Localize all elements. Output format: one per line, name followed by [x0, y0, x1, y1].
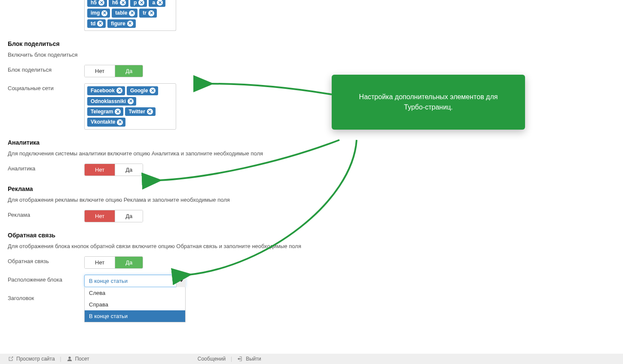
external-link-icon — [8, 356, 14, 362]
social-telegram[interactable]: Telegram✕ — [87, 107, 123, 116]
remove-icon[interactable]: ✕ — [150, 88, 156, 94]
callout-line2: Турбо-страниц. — [351, 102, 506, 112]
placement-select[interactable]: В конце статьи Слева Справа В конце стат… — [84, 275, 186, 287]
social-vkontakte[interactable]: Vkontakte✕ — [87, 118, 125, 126]
remove-icon[interactable]: ✕ — [117, 119, 123, 125]
remove-icon[interactable]: ✕ — [138, 0, 144, 6]
social-facebook[interactable]: Facebook✕ — [87, 86, 125, 95]
tag-a[interactable]: a✕ — [149, 0, 165, 7]
tooltip-callout: Настройка дополнительных элементов для Т… — [332, 75, 525, 130]
remove-icon[interactable]: ✕ — [97, 21, 103, 27]
ads-toggle[interactable]: Нет Да — [84, 210, 143, 222]
html-tags-box[interactable]: h5✕ h6✕ p✕ a✕ img✕ table✕ tr✕ td✕ figure… — [84, 0, 176, 31]
share-yes-button[interactable]: Да — [115, 65, 143, 77]
analytics-section-desc: Для подключения системы аналитики включи… — [8, 150, 615, 157]
analytics-yes-button[interactable]: Да — [115, 164, 143, 176]
callout-line1: Настройка дополнительных элементов для — [351, 92, 506, 102]
remove-icon[interactable]: ✕ — [120, 0, 126, 6]
remove-icon[interactable]: ✕ — [115, 109, 121, 115]
footer-logout[interactable]: Выйти — [246, 356, 261, 362]
ads-toggle-label: Реклама — [8, 210, 84, 218]
tag-p[interactable]: p✕ — [130, 0, 147, 7]
share-section-title: Блок поделиться — [8, 40, 615, 47]
placement-label: Расположение блока — [8, 275, 84, 283]
feedback-toggle[interactable]: Нет Да — [84, 256, 143, 269]
remove-icon[interactable]: ✕ — [128, 98, 134, 104]
tag-td[interactable]: td✕ — [87, 19, 106, 28]
analytics-toggle-label: Аналитика — [8, 164, 84, 172]
tag-figure[interactable]: figure✕ — [107, 19, 135, 28]
tag-tr[interactable]: tr✕ — [139, 9, 157, 17]
feedback-yes-button[interactable]: Да — [115, 257, 143, 268]
placement-select-button[interactable]: В конце статьи — [84, 275, 186, 287]
social-google[interactable]: Google✕ — [127, 86, 158, 95]
social-odnoklassniki[interactable]: Odnoklassniki✕ — [87, 97, 136, 106]
user-icon — [67, 356, 73, 362]
ads-section-desc: Для отображения рекламы включите опцию Р… — [8, 197, 615, 203]
feedback-section-desc: Для отображения блока кнопок обратной св… — [8, 243, 615, 249]
placement-dropdown: Слева Справа В конце статьи — [84, 287, 186, 322]
analytics-section-title: Аналитика — [8, 139, 615, 146]
logout-icon — [237, 356, 243, 362]
socials-label: Социальные сети — [8, 83, 84, 91]
svg-point-0 — [68, 357, 70, 359]
footer-messages[interactable]: Сообщений — [198, 356, 226, 362]
tag-table[interactable]: table✕ — [112, 9, 137, 17]
heading-label: Заголовок — [8, 293, 84, 301]
remove-icon[interactable]: ✕ — [148, 10, 154, 16]
placement-option-end[interactable]: В конце статьи — [85, 310, 185, 322]
feedback-no-button[interactable]: Нет — [85, 257, 115, 268]
tag-h5[interactable]: h5✕ — [87, 0, 107, 7]
remove-icon[interactable]: ✕ — [129, 10, 135, 16]
remove-icon[interactable]: ✕ — [147, 109, 153, 115]
share-toggle[interactable]: Нет Да — [84, 65, 143, 77]
remove-icon[interactable]: ✕ — [157, 0, 163, 6]
analytics-no-button[interactable]: Нет — [85, 164, 115, 176]
remove-icon[interactable]: ✕ — [101, 10, 107, 16]
footer-visitors[interactable]: Посет — [75, 356, 89, 362]
tag-h6[interactable]: h6✕ — [109, 0, 128, 7]
ads-no-button[interactable]: Нет — [85, 210, 115, 222]
remove-icon[interactable]: ✕ — [127, 21, 133, 27]
remove-icon[interactable]: ✕ — [98, 0, 104, 6]
placement-option-left[interactable]: Слева — [85, 287, 185, 299]
socials-box[interactable]: Facebook✕ Google✕ Odnoklassniki✕ Telegra… — [84, 83, 176, 130]
share-toggle-label: Блок поделиться — [8, 65, 84, 73]
chevron-down-icon[interactable] — [176, 275, 186, 287]
placement-option-right[interactable]: Справа — [85, 299, 185, 310]
feedback-section-title: Обратная связь — [8, 232, 615, 239]
remove-icon[interactable]: ✕ — [116, 88, 122, 94]
analytics-toggle[interactable]: Нет Да — [84, 164, 143, 176]
footer-preview-link[interactable]: Просмотр сайта — [16, 356, 55, 362]
ads-section-title: Реклама — [8, 185, 615, 192]
footer-bar: Просмотр сайта | Посет Сообщений | Выйти — [0, 354, 623, 364]
feedback-toggle-label: Обратная связь — [8, 256, 84, 264]
ads-yes-button[interactable]: Да — [115, 210, 143, 222]
tag-img[interactable]: img✕ — [87, 9, 110, 17]
social-twitter[interactable]: Twitter✕ — [125, 107, 155, 116]
share-section-desc: Включить блок поделиться — [8, 52, 615, 58]
share-no-button[interactable]: Нет — [85, 65, 115, 77]
